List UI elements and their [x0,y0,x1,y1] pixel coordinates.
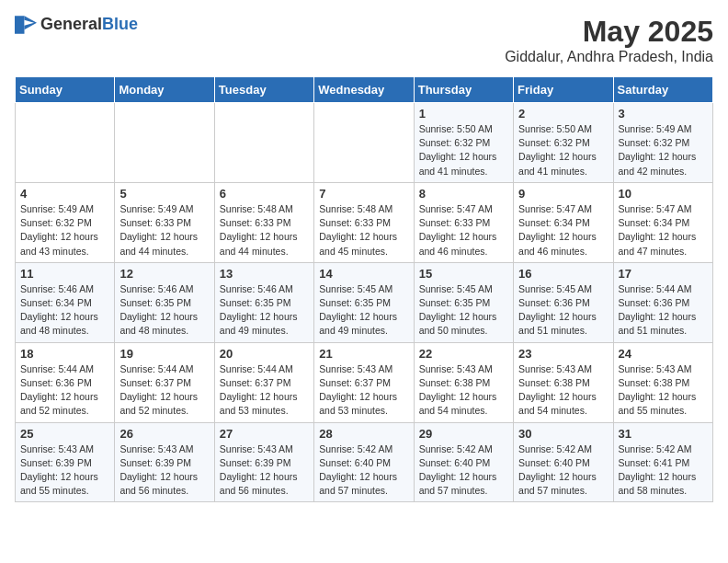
day-detail: Sunrise: 5:49 AMSunset: 6:32 PMDaylight:… [619,123,697,177]
day-cell: 12Sunrise: 5:46 AMSunset: 6:35 PMDayligh… [115,262,214,342]
day-number: 7 [319,187,408,201]
week-row-3: 18Sunrise: 5:44 AMSunset: 6:36 PMDayligh… [16,342,713,422]
day-detail: Sunrise: 5:44 AMSunset: 6:36 PMDaylight:… [20,363,98,417]
day-number: 14 [319,267,408,281]
day-cell: 1Sunrise: 5:50 AMSunset: 6:32 PMDaylight… [414,103,513,183]
day-cell: 18Sunrise: 5:44 AMSunset: 6:36 PMDayligh… [16,342,115,422]
logo-icon [15,16,37,34]
day-detail: Sunrise: 5:48 AMSunset: 6:33 PMDaylight:… [319,203,397,257]
day-number: 23 [518,347,608,361]
day-number: 2 [518,107,608,121]
header-cell-thursday: Thursday [414,77,513,103]
day-cell: 27Sunrise: 5:43 AMSunset: 6:39 PMDayligh… [214,422,313,502]
subtitle: Giddalur, Andhra Pradesh, India [505,49,713,65]
day-cell: 31Sunrise: 5:42 AMSunset: 6:41 PMDayligh… [613,422,712,502]
day-cell: 15Sunrise: 5:45 AMSunset: 6:35 PMDayligh… [414,262,513,342]
day-number: 16 [518,267,608,281]
day-cell: 2Sunrise: 5:50 AMSunset: 6:32 PMDaylight… [514,103,613,183]
day-cell: 17Sunrise: 5:44 AMSunset: 6:36 PMDayligh… [613,262,712,342]
day-number: 15 [419,267,508,281]
day-number: 24 [619,347,708,361]
day-cell: 21Sunrise: 5:43 AMSunset: 6:37 PMDayligh… [314,342,414,422]
week-row-2: 11Sunrise: 5:46 AMSunset: 6:34 PMDayligh… [16,262,713,342]
day-cell: 13Sunrise: 5:46 AMSunset: 6:35 PMDayligh… [214,262,313,342]
logo-text-general: General [40,15,102,33]
header-cell-monday: Monday [115,77,214,103]
day-number: 29 [419,427,508,441]
day-number: 27 [220,427,309,441]
day-number: 1 [419,107,508,121]
logo-text-blue: Blue [102,15,138,33]
header-cell-tuesday: Tuesday [214,77,313,103]
day-cell: 8Sunrise: 5:47 AMSunset: 6:33 PMDaylight… [414,182,513,262]
day-number: 17 [619,267,708,281]
header-cell-saturday: Saturday [613,77,712,103]
day-detail: Sunrise: 5:45 AMSunset: 6:35 PMDaylight:… [419,283,497,337]
day-detail: Sunrise: 5:46 AMSunset: 6:35 PMDaylight:… [220,283,298,337]
day-detail: Sunrise: 5:43 AMSunset: 6:39 PMDaylight:… [119,443,198,497]
day-detail: Sunrise: 5:44 AMSunset: 6:36 PMDaylight:… [619,283,697,337]
day-number: 19 [119,347,209,361]
day-detail: Sunrise: 5:45 AMSunset: 6:35 PMDaylight:… [319,283,397,337]
day-cell: 22Sunrise: 5:43 AMSunset: 6:38 PMDayligh… [414,342,513,422]
day-detail: Sunrise: 5:49 AMSunset: 6:32 PMDaylight:… [20,203,98,257]
svg-rect-0 [15,16,25,34]
logo: GeneralBlue [15,15,138,34]
day-number: 30 [518,427,608,441]
day-number: 12 [119,267,209,281]
day-detail: Sunrise: 5:48 AMSunset: 6:33 PMDaylight:… [220,203,298,257]
day-cell [115,103,214,183]
day-detail: Sunrise: 5:42 AMSunset: 6:40 PMDaylight:… [319,443,397,497]
day-detail: Sunrise: 5:43 AMSunset: 6:39 PMDaylight:… [220,443,298,497]
day-cell: 19Sunrise: 5:44 AMSunset: 6:37 PMDayligh… [115,342,214,422]
day-cell: 10Sunrise: 5:47 AMSunset: 6:34 PMDayligh… [613,182,712,262]
day-detail: Sunrise: 5:43 AMSunset: 6:38 PMDaylight:… [419,363,497,417]
day-number: 6 [220,187,309,201]
day-cell: 30Sunrise: 5:42 AMSunset: 6:40 PMDayligh… [514,422,613,502]
week-row-0: 1Sunrise: 5:50 AMSunset: 6:32 PMDaylight… [16,103,713,183]
day-number: 10 [619,187,708,201]
day-detail: Sunrise: 5:42 AMSunset: 6:40 PMDaylight:… [518,443,597,497]
day-number: 31 [619,427,708,441]
day-cell: 29Sunrise: 5:42 AMSunset: 6:40 PMDayligh… [414,422,513,502]
day-cell: 25Sunrise: 5:43 AMSunset: 6:39 PMDayligh… [16,422,115,502]
day-cell: 26Sunrise: 5:43 AMSunset: 6:39 PMDayligh… [115,422,214,502]
day-cell [16,103,115,183]
header-cell-sunday: Sunday [16,77,115,103]
header-row: SundayMondayTuesdayWednesdayThursdayFrid… [16,77,713,103]
day-detail: Sunrise: 5:46 AMSunset: 6:35 PMDaylight:… [119,283,198,337]
day-cell: 24Sunrise: 5:43 AMSunset: 6:38 PMDayligh… [613,342,712,422]
main-title: May 2025 [505,15,713,49]
day-detail: Sunrise: 5:44 AMSunset: 6:37 PMDaylight:… [119,363,198,417]
day-detail: Sunrise: 5:47 AMSunset: 6:34 PMDaylight:… [619,203,697,257]
day-detail: Sunrise: 5:49 AMSunset: 6:33 PMDaylight:… [119,203,198,257]
header-cell-friday: Friday [514,77,613,103]
day-cell: 4Sunrise: 5:49 AMSunset: 6:32 PMDaylight… [16,182,115,262]
day-cell: 20Sunrise: 5:44 AMSunset: 6:37 PMDayligh… [214,342,313,422]
day-detail: Sunrise: 5:43 AMSunset: 6:38 PMDaylight:… [518,363,597,417]
day-detail: Sunrise: 5:43 AMSunset: 6:38 PMDaylight:… [619,363,697,417]
day-number: 3 [619,107,708,121]
day-detail: Sunrise: 5:43 AMSunset: 6:39 PMDaylight:… [20,443,98,497]
day-detail: Sunrise: 5:47 AMSunset: 6:33 PMDaylight:… [419,203,497,257]
day-detail: Sunrise: 5:42 AMSunset: 6:41 PMDaylight:… [619,443,697,497]
day-cell [314,103,414,183]
day-number: 28 [319,427,408,441]
day-number: 5 [119,187,209,201]
day-cell: 9Sunrise: 5:47 AMSunset: 6:34 PMDaylight… [514,182,613,262]
day-cell: 6Sunrise: 5:48 AMSunset: 6:33 PMDaylight… [214,182,313,262]
day-cell: 5Sunrise: 5:49 AMSunset: 6:33 PMDaylight… [115,182,214,262]
day-detail: Sunrise: 5:47 AMSunset: 6:34 PMDaylight:… [518,203,597,257]
day-cell: 11Sunrise: 5:46 AMSunset: 6:34 PMDayligh… [16,262,115,342]
day-number: 21 [319,347,408,361]
page-header: GeneralBlue May 2025 Giddalur, Andhra Pr… [15,15,713,65]
day-detail: Sunrise: 5:43 AMSunset: 6:37 PMDaylight:… [319,363,397,417]
day-cell [214,103,313,183]
week-row-1: 4Sunrise: 5:49 AMSunset: 6:32 PMDaylight… [16,182,713,262]
day-detail: Sunrise: 5:45 AMSunset: 6:36 PMDaylight:… [518,283,597,337]
day-number: 20 [220,347,309,361]
day-cell: 16Sunrise: 5:45 AMSunset: 6:36 PMDayligh… [514,262,613,342]
day-cell: 7Sunrise: 5:48 AMSunset: 6:33 PMDaylight… [314,182,414,262]
day-number: 26 [119,427,209,441]
day-number: 11 [20,267,109,281]
